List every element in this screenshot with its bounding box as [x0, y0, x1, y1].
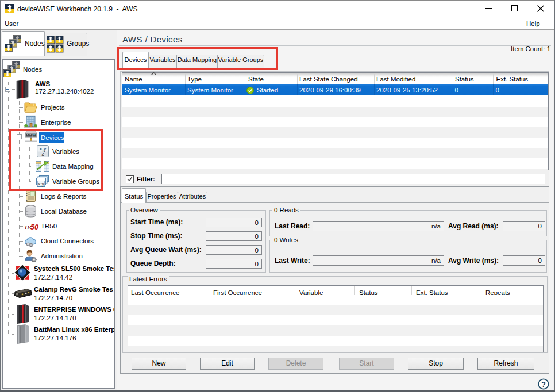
svg-text:?: ?: [541, 380, 546, 389]
